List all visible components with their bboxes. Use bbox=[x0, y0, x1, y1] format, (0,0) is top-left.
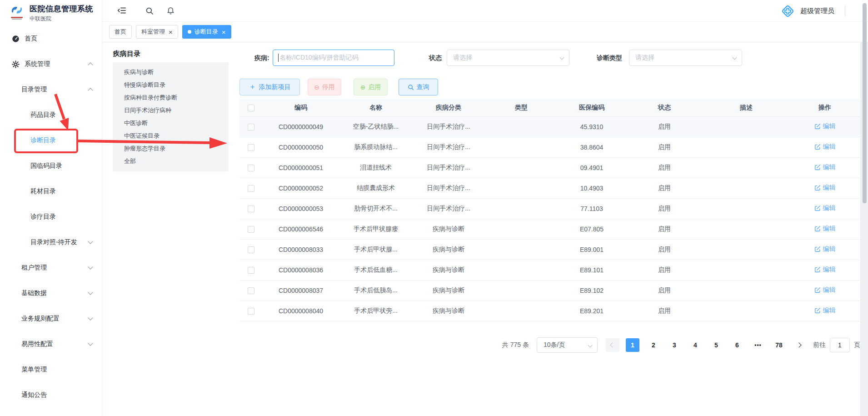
disease-search-input[interactable]: 名称/ICD10编码/拼音助记码 bbox=[273, 50, 394, 66]
select-all-checkbox[interactable] bbox=[248, 105, 254, 111]
row-checkbox[interactable] bbox=[248, 287, 254, 294]
sidebar-item[interactable]: 租户管理 bbox=[0, 255, 102, 281]
status-filter-label: 状态 bbox=[429, 54, 442, 62]
search-icon bbox=[408, 84, 414, 90]
edit-link[interactable]: 编辑 bbox=[814, 306, 836, 315]
page-ellipsis[interactable]: ••• bbox=[751, 338, 765, 352]
next-page-button[interactable] bbox=[792, 338, 806, 352]
catalog-item[interactable]: 疾病与诊断 bbox=[124, 66, 229, 79]
edit-icon bbox=[814, 205, 821, 211]
cell-category: 日间手术治疗... bbox=[412, 116, 485, 137]
sidebar-item[interactable]: 诊疗目录 bbox=[0, 204, 102, 230]
page-button-78[interactable]: 78 bbox=[772, 338, 786, 352]
sidebar-item[interactable]: 易用性配置 bbox=[0, 331, 102, 357]
collapse-sidebar-icon[interactable] bbox=[117, 7, 126, 14]
row-checkbox[interactable] bbox=[248, 185, 254, 192]
enable-button[interactable]: ⊕ 启用 bbox=[354, 79, 388, 95]
edit-link[interactable]: 编辑 bbox=[814, 163, 836, 171]
row-checkbox[interactable] bbox=[248, 308, 254, 315]
cell-category: 日间手术治疗... bbox=[412, 178, 485, 198]
close-icon[interactable]: × bbox=[169, 29, 173, 35]
page-size-value: 10条/页 bbox=[544, 341, 565, 349]
main-content: 疾病目录 疾病与诊断特慢病诊断目录按病种目录付费诊断日间手术治疗病种中医诊断中医… bbox=[102, 42, 868, 416]
sidebar-item-active[interactable]: 诊断目录 bbox=[0, 128, 102, 153]
edit-icon bbox=[814, 123, 821, 130]
sidebar-item[interactable]: 菜单管理 bbox=[0, 357, 102, 382]
sidebar-item[interactable]: 基础数据 bbox=[0, 281, 102, 306]
page-size-select[interactable]: 10条/页 bbox=[537, 337, 598, 353]
gear-icon bbox=[12, 60, 20, 68]
sidebar: 医院信息管理系统 中联医院 首页系统管理目录管理药品目录诊断目录国临码目录耗材目… bbox=[0, 0, 102, 416]
edit-link[interactable]: 编辑 bbox=[814, 122, 836, 130]
tab-department-management[interactable]: 科室管理 × bbox=[136, 25, 178, 39]
edit-link[interactable]: 编辑 bbox=[814, 266, 836, 274]
status-select[interactable]: 请选择 bbox=[447, 50, 569, 66]
edit-link[interactable]: 编辑 bbox=[814, 204, 836, 212]
catalog-item[interactable]: 日间手术治疗病种 bbox=[124, 104, 229, 117]
chevron-up-icon bbox=[88, 62, 93, 67]
goto-page-input[interactable] bbox=[830, 338, 850, 352]
tab-label: 首页 bbox=[115, 28, 126, 36]
edit-link[interactable]: 编辑 bbox=[814, 286, 836, 294]
disable-button[interactable]: ⊖ 停用 bbox=[308, 79, 341, 95]
row-checkbox[interactable] bbox=[248, 226, 254, 233]
catalog-item[interactable]: 全部 bbox=[124, 155, 229, 168]
edit-link[interactable]: 编辑 bbox=[814, 225, 836, 233]
cell-name: 手术后甲状腺瘘 bbox=[339, 219, 412, 239]
sidebar-item[interactable]: 耗材目录 bbox=[0, 179, 102, 204]
col-header-status: 状态 bbox=[626, 99, 703, 116]
sidebar-item-label: 系统管理 bbox=[25, 60, 50, 68]
table-row: CD0000008033手术后甲状腺...疾病与诊断E89.001启用编辑 bbox=[239, 239, 860, 260]
bell-icon[interactable] bbox=[167, 7, 175, 15]
enable-button-label: 启用 bbox=[368, 83, 381, 91]
page-button-6[interactable]: 6 bbox=[730, 338, 744, 352]
row-checkbox[interactable] bbox=[248, 267, 254, 274]
sidebar-item[interactable]: 首页 bbox=[0, 26, 102, 51]
cell-insurance-code: 77.1103 bbox=[558, 198, 626, 219]
catalog-item[interactable]: 特慢病诊断目录 bbox=[124, 79, 229, 91]
row-checkbox[interactable] bbox=[248, 246, 254, 253]
table-row: CD0000008036手术后低血糖...疾病与诊断E89.101启用编辑 bbox=[239, 260, 860, 280]
catalog-item[interactable]: 按病种目录付费诊断 bbox=[124, 91, 229, 104]
sidebar-item[interactable]: 国临码目录 bbox=[0, 153, 102, 179]
edit-link[interactable]: 编辑 bbox=[814, 245, 836, 253]
row-checkbox[interactable] bbox=[248, 165, 254, 171]
query-button[interactable]: 查询 bbox=[399, 79, 438, 95]
search-icon[interactable] bbox=[145, 7, 154, 15]
user-menu[interactable]: 超级管理员 bbox=[780, 0, 845, 22]
sidebar-item[interactable]: 通知公告 bbox=[0, 382, 102, 408]
edit-link[interactable]: 编辑 bbox=[814, 143, 836, 151]
chevron-right-icon bbox=[796, 342, 801, 347]
edit-icon bbox=[814, 226, 821, 232]
scrollbar-thumb[interactable] bbox=[863, 3, 867, 203]
cell-description bbox=[703, 157, 789, 178]
disease-catalog-panel: 疾病目录 疾病与诊断特慢病诊断目录按病种目录付费诊断日间手术治疗病种中医诊断中医… bbox=[112, 50, 229, 171]
page-button-2[interactable]: 2 bbox=[647, 338, 660, 352]
row-checkbox[interactable] bbox=[248, 205, 254, 212]
close-icon[interactable]: × bbox=[222, 29, 226, 35]
sidebar-item[interactable]: 业务规则配置 bbox=[0, 306, 102, 331]
page-buttons: 123456•••78 bbox=[622, 338, 789, 352]
row-checkbox[interactable] bbox=[248, 144, 254, 151]
page-button-1[interactable]: 1 bbox=[626, 338, 639, 352]
cell-category: 日间手术治疗... bbox=[412, 198, 485, 219]
sidebar-item[interactable]: 药品目录 bbox=[0, 102, 102, 128]
diagnosis-type-select[interactable]: 请选择 bbox=[629, 50, 742, 66]
tab-home[interactable]: 首页 bbox=[109, 25, 132, 39]
add-new-item-button[interactable]: ＋ 添加新项目 bbox=[239, 79, 300, 95]
topbar: 超级管理员 bbox=[102, 0, 868, 22]
catalog-item[interactable]: 中医诊断 bbox=[124, 117, 229, 130]
sidebar-item[interactable]: 系统管理 bbox=[0, 51, 102, 77]
row-checkbox[interactable] bbox=[248, 124, 254, 130]
catalog-item[interactable]: 肿瘤形态学目录 bbox=[124, 142, 229, 155]
prev-page-button[interactable] bbox=[606, 338, 619, 352]
edit-link[interactable]: 编辑 bbox=[814, 184, 836, 192]
page-button-5[interactable]: 5 bbox=[709, 338, 723, 352]
tab-diagnosis-catalog[interactable]: 诊断目录 × bbox=[182, 25, 231, 39]
cell-status: 启用 bbox=[626, 301, 703, 321]
sidebar-item[interactable]: 目录管理 bbox=[0, 77, 102, 102]
page-button-4[interactable]: 4 bbox=[688, 338, 702, 352]
sidebar-item[interactable]: 目录对照-待开发 bbox=[0, 230, 102, 255]
catalog-item[interactable]: 中医证候目录 bbox=[124, 130, 229, 142]
page-button-3[interactable]: 3 bbox=[668, 338, 681, 352]
